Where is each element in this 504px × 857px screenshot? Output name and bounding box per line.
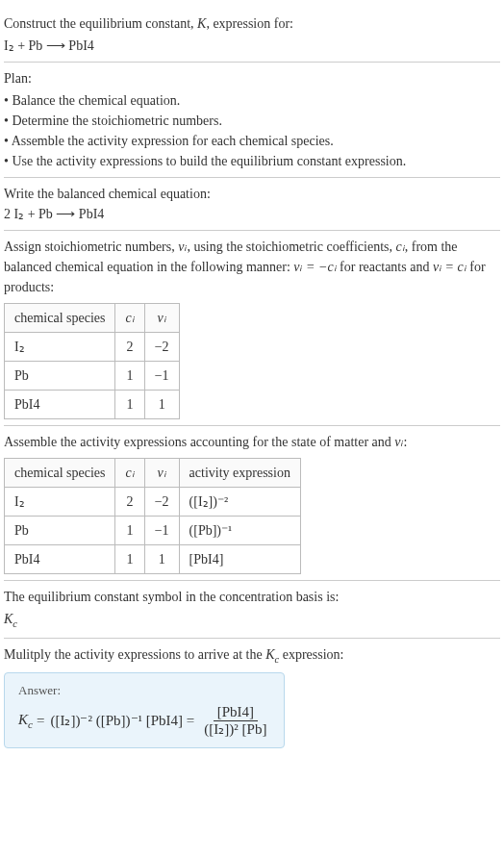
plan-heading: Plan: [4, 68, 500, 88]
intro-eq-rhs: PbI4 [68, 38, 93, 53]
plan-list: • Balance the chemical equation. • Deter… [4, 90, 500, 171]
th-species: chemical species [5, 459, 115, 488]
answer-fraction: [PbI4] ([I₂])² [Pb] [200, 704, 270, 739]
cell-nu: −2 [144, 488, 179, 517]
table-row: PbI4 1 1 [PbI4] [5, 545, 301, 574]
activity-nu: νᵢ [394, 435, 403, 449]
th-ci: cᵢ [115, 304, 144, 333]
intro-title-pre: Construct the equilibrium constant, [4, 16, 197, 31]
symbol-text: The equilibrium constant symbol in the c… [4, 587, 500, 607]
cell-species: I₂ [5, 488, 115, 517]
cell-ci: 1 [115, 517, 144, 545]
cell-species: Pb [5, 517, 115, 545]
multiply-text-post: expression: [279, 647, 343, 662]
activity-section: Assemble the activity expressions accoun… [4, 426, 500, 581]
plan-section: Plan: • Balance the chemical equation. •… [4, 63, 500, 178]
cell-ci: 2 [115, 488, 144, 517]
frac-den: ([I₂])² [Pb] [200, 721, 270, 738]
th-nu: νᵢ [144, 459, 179, 488]
kc-k: K [4, 612, 13, 626]
cell-expr: ([I₂])⁻² [179, 488, 300, 517]
table-row: PbI4 1 1 [5, 391, 180, 419]
cell-species: I₂ [5, 333, 115, 362]
intro-section: Construct the equilibrium constant, K, e… [4, 8, 500, 63]
th-ci: cᵢ [115, 459, 144, 488]
th-species: chemical species [5, 304, 115, 333]
cell-nu: −1 [144, 517, 179, 545]
cell-nu: −1 [144, 362, 179, 391]
activity-text: Assemble the activity expressions accoun… [4, 432, 500, 452]
intro-equation: I₂ + Pb ⟶ PbI4 [4, 36, 500, 56]
cell-nu: 1 [144, 545, 179, 574]
symbol-kc: Kc [4, 609, 500, 632]
stoich-text-mid1: , using the stoichiometric coefficients, [187, 239, 395, 254]
intro-title-post: , expression for: [206, 16, 293, 31]
answer-box: Answer: Kc = ([I₂])⁻² ([Pb])⁻¹ [PbI4] = … [4, 672, 285, 748]
cell-species: PbI4 [5, 545, 115, 574]
answer-math: Kc = ([I₂])⁻² ([Pb])⁻¹ [PbI4] = [PbI4] (… [18, 704, 270, 739]
multiply-text: Mulitply the activity expressions to arr… [4, 644, 500, 668]
answer-mid: ([I₂])⁻² ([Pb])⁻¹ [PbI4] = [50, 710, 194, 732]
balanced-section: Write the balanced chemical equation: 2 … [4, 178, 500, 231]
intro-title-k: K [197, 16, 206, 31]
table-header-row: chemical species cᵢ νᵢ activity expressi… [5, 459, 301, 488]
stoich-section: Assign stoichiometric numbers, νᵢ, using… [4, 231, 500, 426]
stoich-ci: cᵢ [396, 239, 405, 254]
frac-num: [PbI4] [214, 704, 258, 721]
activity-text-post: : [404, 435, 408, 449]
cell-ci: 1 [115, 545, 144, 574]
stoich-text-pre: Assign stoichiometric numbers, [4, 239, 178, 254]
intro-title: Construct the equilibrium constant, K, e… [4, 13, 500, 34]
plan-item: • Determine the stoichiometric numbers. [4, 111, 500, 131]
balanced-equation: 2 I₂ + Pb ⟶ PbI4 [4, 204, 500, 224]
stoich-table: chemical species cᵢ νᵢ I₂ 2 −2 Pb 1 −1 P… [4, 303, 180, 419]
multiply-kc-k: K [265, 647, 274, 662]
activity-table: chemical species cᵢ νᵢ activity expressi… [4, 458, 301, 574]
stoich-text-mid3: for reactants and [337, 260, 433, 274]
kc-sub: c [13, 618, 17, 629]
th-nu: νᵢ [144, 304, 179, 333]
cell-species: PbI4 [5, 391, 115, 419]
cell-expr: [PbI4] [179, 545, 300, 574]
stoich-rel-reactants: νᵢ = −cᵢ [293, 260, 336, 274]
cell-expr: ([Pb])⁻¹ [179, 517, 300, 545]
balanced-eq-arrow: ⟶ [56, 207, 75, 221]
table-row: I₂ 2 −2 [5, 333, 180, 362]
activity-text-pre: Assemble the activity expressions accoun… [4, 435, 394, 449]
multiply-section: Mulitply the activity expressions to arr… [4, 639, 500, 755]
plan-item: • Assemble the activity expression for e… [4, 131, 500, 151]
cell-ci: 1 [115, 391, 144, 419]
cell-nu: 1 [144, 391, 179, 419]
table-row: Pb 1 −1 ([Pb])⁻¹ [5, 517, 301, 545]
multiply-text-pre: Mulitply the activity expressions to arr… [4, 647, 265, 662]
th-expr: activity expression [179, 459, 300, 488]
cell-ci: 2 [115, 333, 144, 362]
cell-species: Pb [5, 362, 115, 391]
table-row: Pb 1 −1 [5, 362, 180, 391]
table-row: I₂ 2 −2 ([I₂])⁻² [5, 488, 301, 517]
stoich-text: Assign stoichiometric numbers, νᵢ, using… [4, 237, 500, 297]
cell-nu: −2 [144, 333, 179, 362]
symbol-section: The equilibrium constant symbol in the c… [4, 581, 500, 639]
table-header-row: chemical species cᵢ νᵢ [5, 304, 180, 333]
cell-ci: 1 [115, 362, 144, 391]
stoich-rel-products: νᵢ = cᵢ [433, 260, 466, 274]
balanced-heading: Write the balanced chemical equation: [4, 184, 500, 204]
plan-item: • Use the activity expressions to build … [4, 151, 500, 171]
plan-item: • Balance the chemical equation. [4, 90, 500, 111]
answer-label: Answer: [18, 681, 270, 700]
intro-eq-arrow: ⟶ [46, 38, 65, 53]
intro-eq-lhs: I₂ + Pb [4, 38, 42, 53]
balanced-eq-lhs: 2 I₂ + Pb [4, 207, 53, 221]
balanced-eq-rhs: PbI4 [79, 207, 104, 221]
answer-lhs: Kc = [18, 709, 44, 733]
